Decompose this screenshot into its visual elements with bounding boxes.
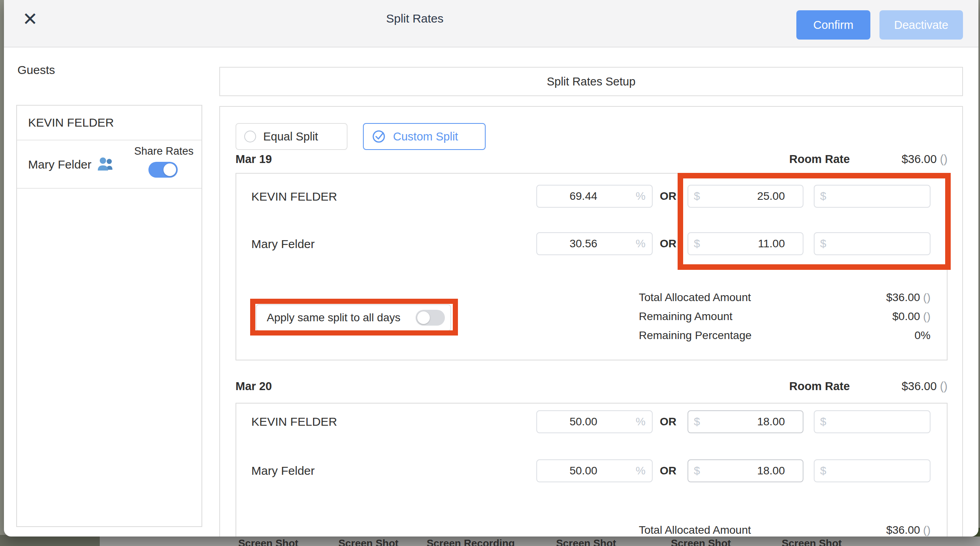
desktop-file-label[interactable]: Screen Shot [238,537,298,546]
radio-unchecked-icon [244,131,256,142]
guest-name: Mary Felder [28,158,91,171]
percent-suffix: % [636,464,646,477]
custom-split-label: Custom Split [393,130,458,143]
apply-same-split-label: Apply same split to all days [267,311,401,324]
split-rates-modal: ✕ Split Rates Confirm Deactivate Guests … [4,0,978,537]
or-label: OR [657,410,679,433]
apply-same-split-toggle[interactable] [416,310,445,326]
percent-input[interactable]: 50.00 % [536,459,653,482]
guest-list: KEVIN FELDER Mary Felder Share Rates [16,105,202,527]
desktop-strip-left [0,535,100,546]
total-allocated-label: Total Allocated Amount [639,290,751,305]
users-icon [97,157,115,172]
primary-guest-name: KEVIN FELDER [28,116,114,129]
amount-input-empty[interactable]: $ [814,185,931,208]
primary-guest-row[interactable]: KEVIN FELDER [17,106,201,140]
setup-panel-header: Split Rates Setup [219,67,963,96]
dollar-prefix: $ [688,190,700,203]
dollar-prefix: $ [688,464,700,477]
share-rates-toggle[interactable] [148,162,178,178]
percent-input[interactable]: 50.00 % [536,410,653,433]
custom-split-option[interactable]: Custom Split [363,123,486,150]
amount-input[interactable]: $ 11.00 [688,232,803,255]
close-icon[interactable]: ✕ [19,8,41,30]
day-date: Mar 20 [236,380,272,393]
or-label: OR [657,459,679,482]
percent-suffix: % [636,190,646,203]
confirm-button[interactable]: Confirm [796,10,870,40]
dollar-prefix: $ [815,237,826,250]
deactivate-button[interactable]: Deactivate [879,10,963,40]
share-rates-label: Share Rates [134,145,194,157]
apply-same-split-control: Apply same split to all days [256,304,451,331]
remaining-amount-label: Remaining Amount [639,309,733,324]
desktop-file-label[interactable]: Screen Shot [782,537,842,546]
room-rate-label: Room Rate [789,380,850,393]
or-label: OR [657,232,679,255]
amount-input[interactable]: $ 18.00 [688,459,803,482]
split-row-name: KEVIN FELDER [251,189,337,204]
dollar-prefix: $ [815,190,826,203]
modal-title: Split Rates [336,12,494,25]
total-allocated-value: $36.00 () [812,290,931,305]
equal-split-option[interactable]: Equal Split [236,123,348,150]
amount-input[interactable]: $ 18.00 [688,410,803,433]
equal-split-label: Equal Split [263,130,318,143]
modal-header: ✕ Split Rates Confirm Deactivate [4,0,978,47]
desktop-file-label[interactable]: Screen Recording [427,537,515,546]
check-circle-icon [372,129,386,144]
remaining-amount-value: $0.00 () [812,309,931,324]
desktop-file-label[interactable]: Screen Shot [671,537,731,546]
remaining-percentage-label: Remaining Percentage [639,328,752,343]
room-rate-label: Room Rate [789,153,850,166]
desktop-file-label[interactable]: Screen Shot [556,537,616,546]
day-date: Mar 19 [236,153,272,166]
or-label: OR [657,185,679,208]
split-row-name: Mary Felder [251,237,315,252]
amount-input-empty[interactable]: $ [814,232,931,255]
total-allocated-label: Total Allocated Amount [639,523,751,537]
dollar-prefix: $ [688,237,700,250]
amount-input-empty[interactable]: $ [814,410,931,433]
percent-input[interactable]: 69.44 % [536,185,653,208]
percent-input[interactable]: 30.56 % [536,232,653,255]
guest-row-mary[interactable]: Mary Felder Share Rates [17,140,201,189]
dollar-prefix: $ [688,415,700,428]
amount-input-empty[interactable]: $ [814,459,931,482]
amount-input[interactable]: $ 25.00 [688,185,803,208]
room-rate-value: $36.00 () [853,153,948,166]
total-allocated-value: $36.00 () [812,523,931,537]
desktop-file-label[interactable]: Screen Shot [338,537,399,546]
guests-heading: Guests [17,63,55,77]
dollar-prefix: $ [815,464,826,477]
dollar-prefix: $ [815,415,826,428]
split-row-name: KEVIN FELDER [251,414,337,429]
split-row-name: Mary Felder [251,463,315,478]
percent-suffix: % [636,237,646,250]
remaining-percentage-value: 0% [812,328,931,343]
setup-title: Split Rates Setup [547,75,635,88]
room-rate-value: $36.00 () [853,380,948,393]
percent-suffix: % [636,415,646,428]
